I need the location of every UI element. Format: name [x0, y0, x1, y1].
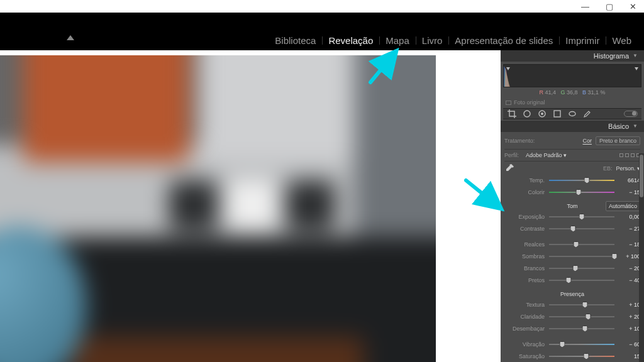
preview-area: [0, 50, 501, 362]
histogram-title: Histograma: [594, 50, 629, 62]
tone-section-title: Tom Automático: [504, 202, 640, 211]
collapse-icon: ▼: [633, 121, 638, 132]
blacks-value[interactable]: − 40: [619, 277, 640, 283]
profile-browser-icon[interactable]: [619, 153, 640, 157]
image-preview[interactable]: [0, 55, 436, 362]
histogram-readout: R 41,4 G 36,8 B 31,1 %: [501, 87, 644, 99]
window-titlebar: — ▢ ✕: [0, 0, 644, 13]
treatment-bw[interactable]: Preto e branco: [596, 136, 640, 145]
app-logo-icon: [67, 35, 74, 40]
wb-label: EB:: [518, 165, 612, 172]
right-panel: Histograma ▼ R 41,4 G 36,8 B 31,1 % Foto…: [501, 50, 644, 362]
close-button[interactable]: ✕: [630, 3, 636, 11]
histogram-header[interactable]: Histograma ▼: [501, 50, 644, 62]
contrast-slider[interactable]: [549, 228, 614, 229]
crop-tool-icon[interactable]: [507, 109, 517, 119]
exposure-slider[interactable]: [549, 216, 614, 217]
radial-tool-icon[interactable]: [567, 109, 577, 119]
basic-title: Básico: [608, 121, 629, 132]
temp-label: Temp.: [504, 177, 545, 184]
module-book[interactable]: Livro: [416, 35, 449, 46]
basic-panel-header[interactable]: Básico ▼: [501, 121, 644, 132]
tint-label: Colorir: [504, 189, 545, 195]
histogram-plot: [504, 65, 641, 87]
texture-label: Textura: [504, 302, 545, 308]
whites-slider[interactable]: [549, 268, 614, 269]
highlights-value[interactable]: − 18: [619, 241, 640, 248]
profile-dropdown[interactable]: Adobe Padrão ▾: [526, 152, 616, 158]
original-photo-row[interactable]: Foto original: [501, 99, 644, 108]
module-web[interactable]: Web: [606, 35, 638, 46]
module-develop[interactable]: Revelação: [322, 35, 379, 46]
brush-tool-icon[interactable]: [582, 109, 592, 119]
shadows-value[interactable]: + 100: [619, 253, 640, 260]
highlights-slider[interactable]: [549, 244, 614, 245]
temp-slider-row: Temp. 6614: [504, 174, 640, 186]
dehaze-label: Desembaçar: [504, 326, 545, 332]
clarity-label: Claridade: [504, 314, 545, 320]
white-balance-row: EB: Person. ▾: [504, 163, 640, 174]
vibrance-value[interactable]: − 60: [619, 341, 640, 348]
texture-value[interactable]: + 10: [619, 302, 640, 308]
profile-label: Perfil:: [504, 152, 522, 158]
svg-point-2: [524, 111, 530, 117]
dehaze-slider[interactable]: [549, 328, 614, 329]
module-slideshow[interactable]: Apresentação de slides: [448, 35, 559, 46]
temp-slider[interactable]: [549, 180, 614, 181]
treatment-row: Tratamento: Cor Preto e branco: [504, 134, 640, 147]
svg-point-4: [541, 112, 543, 115]
collapse-icon: ▼: [633, 50, 638, 62]
whites-label: Brancos: [504, 265, 545, 272]
panel-scrollbar[interactable]: [639, 153, 644, 362]
blacks-slider[interactable]: [549, 280, 614, 281]
shadows-label: Sombras: [504, 253, 545, 260]
module-print[interactable]: Imprimir: [559, 35, 606, 46]
treatment-color[interactable]: Cor: [582, 138, 592, 144]
highlights-label: Realces: [504, 241, 545, 248]
checkbox-icon[interactable]: [506, 101, 511, 105]
svg-marker-1: [635, 67, 638, 70]
svg-point-6: [569, 112, 575, 116]
svg-marker-0: [506, 67, 510, 70]
module-bar: Biblioteca Revelação Mapa Livro Apresent…: [0, 13, 644, 50]
redeye-tool-icon[interactable]: [537, 109, 547, 119]
module-library[interactable]: Biblioteca: [269, 35, 322, 46]
saturation-slider[interactable]: [549, 356, 614, 357]
exposure-label: Exposição: [504, 214, 545, 220]
original-photo-label: Foto original: [514, 99, 545, 106]
clarity-value[interactable]: + 20: [619, 314, 640, 320]
gradient-tool-icon[interactable]: [552, 109, 562, 119]
module-map[interactable]: Mapa: [379, 35, 416, 46]
texture-slider[interactable]: [549, 304, 614, 305]
basic-panel-body: Tratamento: Cor Preto e branco Perfil: A…: [501, 132, 644, 362]
temp-value[interactable]: 6614: [619, 177, 640, 184]
auto-tone-button[interactable]: Automático: [606, 201, 640, 211]
vibrance-slider[interactable]: [549, 344, 614, 345]
svg-rect-5: [554, 111, 560, 117]
spot-tool-icon[interactable]: [522, 109, 532, 119]
panel-toggle[interactable]: [624, 111, 638, 117]
tint-slider-row: Colorir − 15: [504, 186, 640, 198]
dehaze-value[interactable]: + 10: [619, 326, 640, 332]
saturation-value[interactable]: 15: [619, 353, 640, 359]
maximize-button[interactable]: ▢: [606, 3, 613, 11]
histogram[interactable]: [503, 64, 641, 87]
blacks-label: Pretos: [504, 277, 545, 283]
module-picker: Biblioteca Revelação Mapa Livro Apresent…: [269, 35, 638, 46]
eyedropper-icon[interactable]: [504, 163, 514, 173]
shadows-slider[interactable]: [549, 256, 614, 257]
profile-row: Perfil: Adobe Padrão ▾: [504, 149, 640, 162]
contrast-value[interactable]: − 27: [619, 226, 640, 232]
scrollbar-thumb[interactable]: [640, 155, 643, 197]
minimize-button[interactable]: —: [581, 3, 589, 11]
wb-dropdown[interactable]: Person. ▾: [616, 165, 640, 172]
vibrance-label: Vibração: [504, 341, 545, 348]
treatment-label: Tratamento:: [504, 138, 535, 144]
whites-value[interactable]: − 20: [619, 265, 640, 272]
clarity-slider[interactable]: [549, 316, 614, 317]
exposure-value[interactable]: 0,00: [619, 214, 640, 220]
saturation-label: Saturação: [504, 353, 545, 359]
contrast-label: Contraste: [504, 226, 545, 232]
tint-value[interactable]: − 15: [619, 189, 640, 195]
tint-slider[interactable]: [549, 192, 614, 193]
